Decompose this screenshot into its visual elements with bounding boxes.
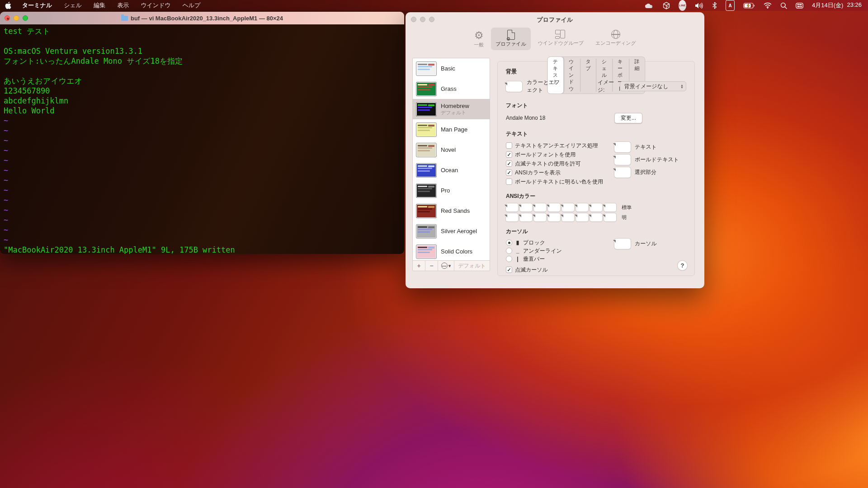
radio-button[interactable] (506, 256, 512, 262)
remove-profile-button[interactable]: − (425, 261, 438, 271)
cursor-color-well[interactable] (614, 239, 631, 249)
profile-name-block: Novel (441, 146, 456, 153)
checkbox[interactable]: ✓ (506, 151, 512, 158)
profile-row-basic[interactable]: Basic (413, 58, 490, 79)
profile-thumbnail (416, 61, 437, 76)
apple-menu[interactable] (0, 2, 16, 9)
stepper-arrows-icon: ▲▼ (680, 84, 684, 89)
menu-item--[interactable]: ターミナル (16, 0, 58, 11)
input-source-icon[interactable]: A (726, 0, 735, 11)
radio-row--[interactable]: ▮ブロック (506, 239, 686, 247)
ansi-row-label: 明 (622, 214, 627, 221)
ansi-color-swatch[interactable] (520, 203, 532, 211)
terminal-line: ~ (4, 175, 401, 185)
ansi-section-title: ANSIカラー (506, 192, 686, 200)
text-section-title: テキスト (506, 130, 686, 138)
toolbar-item-globe[interactable]: エンコーディング (591, 28, 641, 50)
cursor-style-glyph: ▮ (515, 239, 520, 246)
ansi-color-swatch[interactable] (548, 213, 560, 221)
profile-row-solid-colors[interactable]: Solid Colors (413, 241, 490, 260)
profile-row-silver-aerogel[interactable]: Silver Aerogel (413, 221, 490, 241)
background-image-select[interactable]: 背景イメージなし ▲▼ (620, 81, 686, 91)
color-well--[interactable] (614, 155, 631, 165)
profile-list-actions: + − ••• ▾ デフォルト (413, 260, 490, 271)
cursor-section-title: カーソル (506, 228, 686, 235)
proxy-folder-icon (121, 16, 128, 21)
menu-item--[interactable]: ウインドウ (135, 0, 177, 11)
wifi-icon[interactable] (764, 0, 772, 11)
color-well--[interactable] (614, 142, 631, 152)
terminal-line: ~ (4, 155, 401, 165)
ansi-color-swatch[interactable] (534, 203, 546, 211)
search-icon[interactable] (780, 0, 787, 11)
ansi-color-swatch[interactable] (562, 203, 574, 211)
checkbox-label: ボールドテキストに明るい色を使用 (515, 178, 603, 186)
profile-row-novel[interactable]: Novel (413, 140, 490, 160)
profile-name-block: Basic (441, 65, 455, 72)
add-profile-button[interactable]: + (413, 261, 425, 271)
terminal-window-title: buf — vi MacBookAir2020_13.3inch_AppleM1… (0, 15, 404, 22)
ansi-color-swatch[interactable] (590, 213, 602, 221)
radio-row--[interactable]: _アンダーライン (506, 247, 686, 255)
ansi-color-swatch[interactable] (576, 203, 588, 211)
cube-icon[interactable] (663, 0, 670, 11)
color-well--[interactable] (614, 167, 631, 178)
volume-icon[interactable] (695, 0, 703, 11)
toolbar-item-profile-doc[interactable]: プロファイル (491, 28, 531, 50)
checkbox[interactable]: ✓ (506, 160, 512, 167)
blink-cursor-checkbox[interactable]: ✓ (506, 267, 512, 273)
profile-row-red-sands[interactable]: Red Sands (413, 201, 490, 221)
set-default-button[interactable]: デフォルト (454, 261, 490, 271)
menu-item--[interactable]: シェル (58, 0, 88, 11)
help-button[interactable]: ? (678, 261, 687, 270)
profile-name: Solid Colors (441, 248, 472, 255)
ansi-color-swatch[interactable] (576, 213, 588, 221)
profile-row-man-page[interactable]: Man Page (413, 119, 490, 140)
ansi-color-swatch[interactable] (548, 203, 560, 211)
toolbar-item-gear[interactable]: 一般 (469, 28, 488, 50)
terminal-titlebar[interactable]: buf — vi MacBookAir2020_13.3inch_AppleM1… (0, 12, 404, 24)
line-app-icon[interactable]: LINE (679, 0, 686, 11)
text-section-body: テキストをアンチエイリアス処理✓ボールドフォントを使用✓点滅テキストの使用を許可… (506, 141, 686, 186)
ansi-color-swatch[interactable] (562, 213, 574, 221)
checkbox[interactable] (506, 178, 512, 185)
menu-item--[interactable]: 表示 (111, 0, 135, 11)
color-well-row: テキスト (614, 142, 679, 152)
ansi-row-label: 標準 (622, 204, 632, 211)
profile-name-block: Grass (441, 85, 457, 92)
profile-row-grass[interactable]: Grass (413, 79, 490, 99)
profile-actions-menu-button[interactable]: ••• ▾ (438, 261, 454, 271)
toolbar-item-window-group[interactable]: ウインドウグループ (533, 28, 588, 50)
ansi-color-swatch[interactable] (520, 213, 532, 221)
onedrive-icon[interactable] (644, 0, 654, 11)
battery-icon[interactable] (743, 0, 755, 11)
ansi-color-swatch[interactable] (534, 213, 546, 221)
terminal-content[interactable]: test テスト OS:macOS Ventura version13.3.1フ… (0, 24, 404, 254)
profile-row-ocean[interactable]: Ocean (413, 160, 490, 180)
ansi-color-swatch[interactable] (590, 203, 602, 211)
menu-item--[interactable]: ヘルプ (177, 0, 207, 11)
radio-button[interactable] (506, 239, 512, 246)
ansi-color-swatch[interactable] (604, 203, 616, 211)
control-center-icon[interactable] (796, 0, 803, 11)
ansi-color-swatch[interactable] (604, 213, 616, 221)
profile-row-pro[interactable]: Pro (413, 180, 490, 201)
menu-bar-clock[interactable]: 4月14日(金) 23:26 (812, 1, 862, 9)
color-well-label: テキスト (635, 143, 657, 151)
background-color-well[interactable] (506, 81, 522, 92)
checkbox[interactable]: ✓ (506, 169, 512, 176)
cursor-blink-row[interactable]: ✓ 点滅カーソル (506, 265, 686, 274)
menu-item--[interactable]: 編集 (88, 0, 111, 11)
profile-row-homebrew[interactable]: Homebrewデフォルト (413, 99, 490, 119)
radio-label: アンダーライン (523, 247, 562, 255)
terminal-line: ~ (4, 215, 401, 225)
radio-label: ブロック (523, 239, 545, 247)
change-font-button[interactable]: 変更... (614, 113, 642, 123)
checkbox[interactable] (506, 142, 512, 149)
radio-button[interactable] (506, 248, 512, 254)
bluetooth-icon[interactable] (712, 0, 717, 11)
ansi-color-swatch[interactable] (506, 203, 518, 211)
radio-row--[interactable]: |垂直バー (506, 255, 686, 263)
window-group-icon (555, 30, 566, 39)
ansi-color-swatch[interactable] (506, 213, 518, 221)
